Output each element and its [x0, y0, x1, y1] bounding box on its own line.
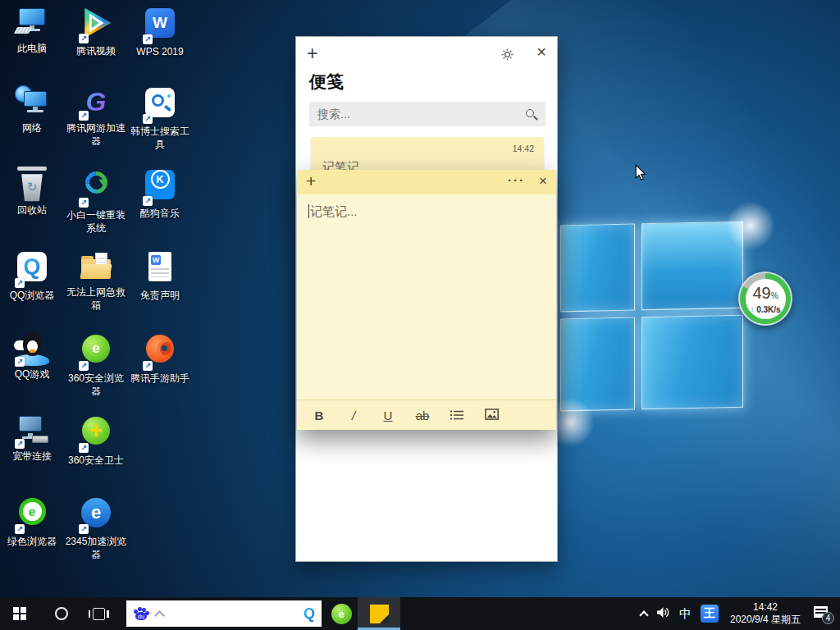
desktop-icon-tencent-video[interactable]: ↗腾讯视频: [64, 5, 128, 58]
close-button[interactable]: ×: [536, 43, 546, 62]
desktop-icon-label: WPS 2019: [128, 46, 192, 59]
2345-browser-icon: e↗: [78, 498, 114, 534]
broadband-icon: ↗: [14, 413, 50, 449]
desktop-icon-label: 韩博士搜索工具: [128, 126, 192, 151]
desktop-icon-wps-2019[interactable]: W↗WPS 2019: [128, 5, 192, 59]
search-icon[interactable]: [526, 109, 536, 119]
add-note-button[interactable]: +: [306, 171, 316, 191]
add-note-button[interactable]: +: [307, 43, 317, 65]
search-input[interactable]: [309, 102, 546, 126]
windows-logo-icon: [13, 607, 26, 620]
tray-time: 14:42: [728, 601, 803, 614]
speed-ball-widget[interactable]: 49% ↑ 0.3K/s: [738, 272, 792, 326]
logo-pane: [560, 223, 635, 312]
360-guard-icon: +↗: [78, 417, 114, 453]
baidu-paw-icon: du: [133, 607, 149, 621]
up-arrow-icon: ↑: [750, 305, 754, 314]
cortana-button[interactable]: [46, 597, 77, 630]
taskbar-search-box[interactable]: du Q: [126, 600, 322, 627]
desktop-icon-360-browser[interactable]: e↗360安全浏览器: [64, 331, 128, 398]
note-titlebar[interactable]: + ··· ×: [297, 170, 556, 194]
desktop-icon-hanboshi-search[interactable]: ↗韩博士搜索工具: [128, 84, 192, 151]
desktop-icon-disclaimer[interactable]: W免责声明: [128, 249, 192, 303]
shortcut-arrow-icon: ↗: [143, 361, 153, 371]
action-center-button[interactable]: 4: [814, 605, 832, 622]
cortana-icon: [55, 607, 68, 620]
shortcut-arrow-icon: ↗: [79, 34, 89, 43]
tencent-video-icon: ↗: [78, 7, 114, 43]
ime-wang-icon[interactable]: 王: [701, 605, 719, 623]
desktop-icon-label: 腾讯网游加速器: [64, 122, 128, 148]
image-button[interactable]: [474, 409, 509, 422]
italic-button[interactable]: /: [336, 409, 371, 422]
wps-2019-icon: W↗: [142, 8, 178, 44]
desktop-icon-xiaobai-reinstall[interactable]: ↗小白一键重装系统: [64, 167, 128, 235]
desktop-icon-network-firstaid[interactable]: 无法上网急救箱: [64, 249, 128, 312]
close-icon[interactable]: ×: [539, 173, 547, 189]
recycle-bin-icon: ↻: [14, 167, 50, 203]
shortcut-arrow-icon: ↗: [79, 361, 89, 371]
note-timestamp: 14:42: [513, 144, 534, 153]
360-browser-icon: e↗: [78, 335, 114, 371]
game-booster-icon: G↗: [78, 84, 114, 121]
desktop-icon-this-pc[interactable]: 此电脑: [0, 5, 64, 56]
desktop-icon-broadband[interactable]: ↗宽带连接: [0, 413, 64, 463]
logo-pane: [641, 315, 743, 410]
task-view-button[interactable]: [82, 597, 115, 630]
qq-games-icon: ↗: [14, 331, 50, 367]
bullet-list-button[interactable]: [440, 409, 474, 422]
underline-button[interactable]: U: [371, 409, 405, 422]
text-caret: [308, 204, 309, 218]
tray-date: 2020/9/4 星期五: [728, 614, 803, 626]
taskbar-360-browser[interactable]: e: [325, 597, 358, 630]
mouse-cursor: [635, 164, 646, 184]
network-icon: [14, 84, 50, 121]
tencent-gamepad-icon: ↗: [142, 335, 178, 371]
start-button[interactable]: [0, 597, 39, 630]
speed-ball-face: 49% ↑ 0.3K/s: [746, 279, 786, 319]
notification-badge: 4: [822, 612, 834, 624]
qq-browser-icon: Q↗: [14, 252, 50, 288]
desktop-icon-recycle-bin[interactable]: ↻回收站: [0, 167, 64, 217]
taskbar-sticky-notes-active[interactable]: [358, 597, 400, 630]
memory-percent: 49%: [746, 285, 786, 304]
ime-language-indicator[interactable]: 中: [679, 606, 692, 622]
tray-chevron-icon[interactable]: [639, 610, 648, 619]
desktop-icon-label: 免责声明: [128, 290, 192, 303]
desktop-icon-label: 网络: [0, 122, 64, 135]
volume-icon[interactable]: [656, 606, 670, 622]
settings-gear-icon[interactable]: [500, 48, 514, 62]
note-edit-area[interactable]: 记笔记...: [297, 194, 556, 399]
task-view-icon: [93, 608, 105, 620]
desktop: 此电脑↗腾讯视频W↗WPS 2019网络G↗腾讯网游加速器↗韩博士搜索工具↻回收…: [0, 0, 840, 630]
sticky-note-window: + ··· × 记笔记... B/Uab: [297, 170, 556, 430]
desktop-icon-qq-games[interactable]: ↗QQ游戏: [0, 331, 64, 381]
desktop-icon-tencent-gamepad[interactable]: ↗腾讯手游助手: [128, 331, 192, 386]
upload-speed: ↑ 0.3K/s: [746, 304, 786, 315]
desktop-icon-network[interactable]: 网络: [0, 84, 64, 135]
shortcut-arrow-icon: ↗: [143, 196, 153, 206]
shortcut-arrow-icon: ↗: [79, 443, 89, 453]
shortcut-arrow-icon: ↗: [79, 111, 89, 121]
glow: [722, 197, 779, 254]
clock[interactable]: 14:42 2020/9/4 星期五: [728, 601, 803, 626]
desktop-icon-360-guard[interactable]: +↗360安全卫士: [64, 413, 128, 468]
shortcut-arrow-icon: ↗: [143, 114, 153, 124]
desktop-icon-label: 无法上网急救箱: [64, 286, 128, 312]
desktop-icon-game-booster[interactable]: G↗腾讯网游加速器: [64, 84, 128, 148]
menu-dots-icon[interactable]: ···: [508, 173, 525, 187]
desktop-icon-label: 回收站: [0, 204, 64, 217]
desktop-icon-label: QQ游戏: [0, 368, 64, 381]
bold-button[interactable]: B: [302, 409, 336, 422]
green-browser-icon: e↗: [14, 498, 50, 534]
strikethrough-button[interactable]: ab: [405, 409, 440, 422]
chevron-up-icon[interactable]: [154, 610, 165, 621]
desktop-icon-2345-browser[interactable]: e↗2345加速浏览器: [64, 495, 128, 561]
desktop-icon-label: 360安全浏览器: [64, 372, 128, 398]
desktop-icon-kugou-music[interactable]: K↗酷狗音乐: [128, 167, 192, 221]
shortcut-arrow-icon: ↗: [15, 439, 25, 449]
desktop-icon-label: 腾讯视频: [64, 45, 128, 58]
desktop-icon-qq-browser[interactable]: Q↗QQ浏览器: [0, 249, 64, 303]
desktop-icon-green-browser[interactable]: e↗绿色浏览器: [0, 495, 64, 549]
disclaimer-icon: W: [142, 252, 178, 288]
